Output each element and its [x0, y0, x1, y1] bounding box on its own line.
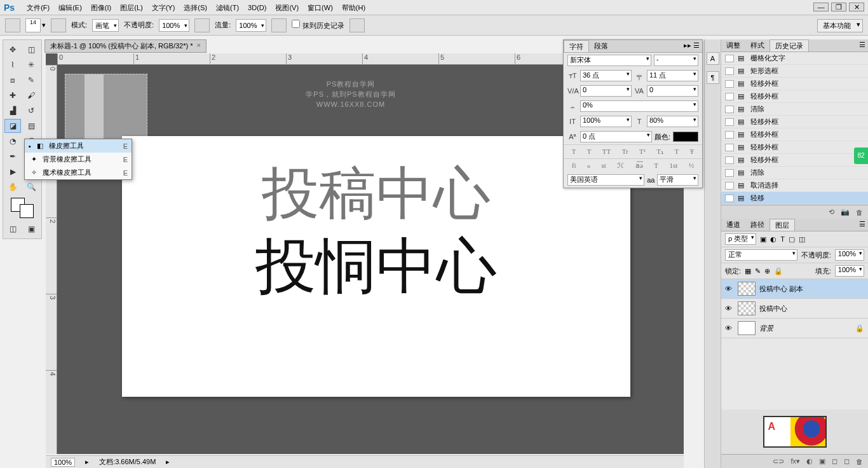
menu-window[interactable]: 窗口(W) [303, 0, 337, 15]
history-delete-icon[interactable]: 🗑 [856, 209, 863, 216]
language[interactable]: 美国英语 [567, 174, 644, 186]
eyedropper-tool[interactable]: ✎ [23, 73, 39, 87]
assist-badge[interactable]: 82 [854, 148, 868, 164]
history-item[interactable]: ▤栅格化文字 [721, 52, 868, 65]
magic-wand-tool[interactable]: ✳ [23, 58, 39, 72]
tracking[interactable]: 0 [647, 85, 698, 97]
char-icon[interactable]: A [707, 52, 719, 65]
history-item[interactable]: ▤轻移外框 [721, 78, 868, 90]
fx-icon[interactable]: fx▾ [790, 457, 800, 465]
menu-view[interactable]: 视图(V) [271, 0, 303, 15]
history-item[interactable]: ▤轻移外框 [721, 154, 868, 167]
path-select-tool[interactable]: ▶ [4, 165, 21, 179]
minimize-button[interactable]: — [813, 3, 829, 11]
layer-fill[interactable]: 100% [835, 265, 864, 277]
layer-item[interactable]: 👁投稿中心 副本 [721, 279, 868, 299]
group-icon[interactable]: ◻ [832, 457, 837, 465]
filter-shape-icon[interactable]: ▢ [789, 235, 795, 244]
history-item[interactable]: ▤轻移外框 [721, 90, 868, 103]
maximize-button[interactable]: ❐ [831, 3, 846, 11]
opacity-input[interactable]: 100% [159, 19, 189, 32]
swash-button[interactable]: ℋ [617, 162, 624, 170]
document-tab[interactable]: 未标题-1 @ 100% (投稿中心 副本, RGB/32*) * × [44, 39, 207, 53]
gradient-tool[interactable]: ▤ [23, 119, 39, 133]
erase-history-checkbox[interactable]: 抹到历史记录 [292, 20, 344, 31]
brush-tool[interactable]: 🖌 [23, 88, 39, 102]
tab-layers[interactable]: 图层 [770, 219, 795, 231]
history-snapshot-icon[interactable]: 📷 [841, 208, 850, 216]
filter-type-icon[interactable]: T [780, 235, 785, 243]
fractions-button[interactable]: ½ [689, 162, 694, 170]
pen-tool[interactable]: ✒ [4, 149, 21, 163]
tab-paths[interactable]: 路径 [745, 219, 770, 231]
menu-layer[interactable]: 图层(L) [116, 0, 147, 15]
layer-item[interactable]: 👁投稿中心 [721, 299, 868, 319]
para-icon[interactable]: ¶ [707, 71, 719, 84]
menu-select[interactable]: 选择(S) [179, 0, 212, 15]
filter-adjust-icon[interactable]: ◐ [770, 235, 776, 244]
blur-tool[interactable]: ◔ [4, 134, 21, 148]
zoom-field[interactable]: 100% [51, 458, 75, 467]
flyout-eraser[interactable]: ▪◧橡皮擦工具E [25, 139, 132, 153]
bold-button[interactable]: T [572, 148, 576, 156]
ordinals-button[interactable]: 1st [670, 162, 678, 170]
leading[interactable]: 11 点 [647, 70, 698, 81]
italic-button[interactable]: T [587, 148, 592, 156]
history-item[interactable]: ▤矩形选框 [721, 65, 868, 78]
marquee-tool[interactable]: ◫ [23, 43, 39, 57]
allcaps-button[interactable]: TT [602, 148, 611, 156]
pressure-opacity-icon[interactable] [194, 18, 210, 32]
filter-pixel-icon[interactable]: ▣ [760, 235, 766, 244]
history-item[interactable]: ▤轻移 [721, 192, 868, 205]
flow-input[interactable]: 100% [236, 19, 266, 32]
menu-help[interactable]: 帮助(H) [337, 0, 370, 15]
strike-button[interactable]: Ŧ [690, 148, 695, 156]
layer-item[interactable]: 👁背景🔒 [721, 319, 868, 338]
font-style[interactable]: - [654, 55, 698, 66]
panel-menu-icon[interactable]: ▸▸ ☰ [681, 40, 702, 52]
airbrush-icon[interactable] [271, 18, 287, 32]
tab-paragraph[interactable]: 段落 [589, 40, 613, 52]
underline-button[interactable]: T [674, 148, 679, 156]
titling-button[interactable]: T [654, 162, 658, 170]
menu-type[interactable]: 文字(Y) [147, 0, 180, 15]
sub-button[interactable]: T₁ [656, 148, 663, 156]
antialias[interactable]: 平滑 [657, 174, 698, 186]
mode-select[interactable]: 画笔 [92, 19, 119, 32]
layer-filter-kind[interactable]: ρ 类型 [725, 233, 756, 245]
menu-edit[interactable]: 编辑(E) [54, 0, 86, 15]
eraser-tool[interactable]: ◪ [4, 119, 21, 133]
brush-picker[interactable]: 14 ▾ [25, 18, 46, 32]
lasso-tool[interactable]: ⌇ [4, 58, 21, 72]
lock-all-icon[interactable]: 🔒 [774, 267, 783, 275]
tab-character[interactable]: 字符 [564, 40, 589, 52]
history-new-doc-icon[interactable]: ⟲ [829, 208, 834, 216]
font-family[interactable]: 新宋体 [567, 55, 651, 66]
healing-tool[interactable]: ✚ [4, 88, 21, 102]
move-tool[interactable]: ✥ [4, 43, 21, 57]
history-brush-tool[interactable]: ↺ [23, 104, 39, 118]
dlig-button[interactable]: st [602, 162, 606, 170]
vscale[interactable]: 0% [580, 100, 698, 112]
screenmode-icon[interactable]: ▣ [23, 222, 39, 236]
tab-adjustments[interactable]: 调整 [721, 39, 745, 52]
filter-smart-icon[interactable]: ◫ [799, 235, 805, 244]
history-menu-icon[interactable]: ☰ [857, 39, 868, 52]
flyout-bg-eraser[interactable]: ✦背景橡皮擦工具E [25, 153, 132, 166]
text-color-swatch[interactable] [673, 132, 698, 142]
link-layers-icon[interactable]: ⊂⊃ [773, 457, 784, 465]
alt-button[interactable]: ℴ [587, 162, 590, 170]
smallcaps-button[interactable]: Tr [622, 148, 628, 156]
crop-tool[interactable]: ⧈ [4, 73, 21, 87]
history-item[interactable]: ▤轻移外框 [721, 116, 868, 128]
baseline[interactable]: 0 点 [580, 131, 652, 142]
tab-styles[interactable]: 样式 [745, 39, 770, 52]
brush-panel-toggle-icon[interactable] [51, 18, 66, 32]
workspace-preset[interactable]: 基本功能 [817, 19, 863, 32]
lock-trans-icon[interactable]: ▦ [745, 267, 751, 275]
tool-preset-icon[interactable] [5, 18, 20, 32]
lock-paint-icon[interactable]: ✎ [755, 267, 761, 275]
tab-channels[interactable]: 通道 [721, 219, 745, 231]
ruler-vertical[interactable]: 01234 [46, 65, 57, 454]
close-tab-icon[interactable]: × [197, 41, 201, 51]
